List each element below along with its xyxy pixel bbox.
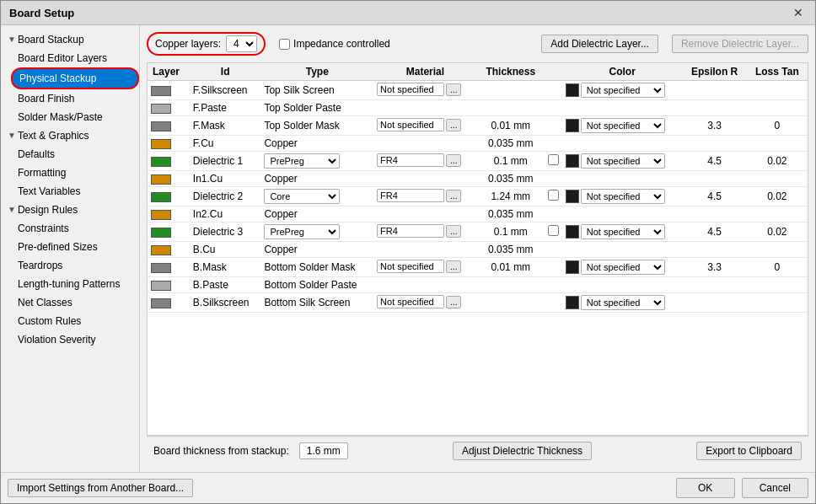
color-select[interactable]: Not specified [581, 153, 665, 169]
color-select[interactable]: Not specified [581, 118, 665, 133]
table-row: Dielectric 3PrePregCore...0.1 mmNot spec… [148, 223, 808, 242]
layer-lock-checkbox[interactable] [548, 154, 559, 165]
layer-color-swatch [151, 210, 171, 220]
sidebar-item-label: Formatting [18, 165, 66, 180]
ok-button[interactable]: OK [676, 478, 735, 498]
layer-type-select[interactable]: PrePregCore [264, 153, 340, 169]
import-settings-button[interactable]: Import Settings from Another Board... [8, 479, 193, 497]
table-row: B.SilkscreenBottom Silk Screen...Not spe… [148, 293, 808, 313]
sidebar-item-formatting[interactable]: Formatting [11, 164, 139, 182]
sidebar-item-pre-defined-sizes[interactable]: Pre-defined Sizes [11, 238, 139, 256]
color-select[interactable]: Not specified [581, 260, 665, 275]
layer-type-select[interactable]: PrePregCore [264, 224, 340, 239]
layer-swatch-cell [148, 81, 190, 100]
sidebar-item-custom-rules[interactable]: Custom Rules [11, 312, 139, 330]
sidebar-item-defaults[interactable]: Defaults [11, 145, 139, 164]
material-dots-button[interactable]: ... [446, 296, 461, 308]
layer-lock-cell[interactable] [545, 152, 562, 171]
sidebar-item-constraints[interactable]: Constraints [11, 219, 139, 238]
adjust-dielectric-button[interactable]: Adjust Dielectric Thickness [453, 442, 592, 460]
color-select[interactable]: Not specified [581, 189, 665, 204]
sidebar-item-text-graphics[interactable]: ▼ Text & Graphics [1, 126, 139, 145]
layer-epsilon-cell: 4.5 [682, 223, 746, 242]
copper-layers-select[interactable]: 4 1 2 6 8 [226, 35, 257, 52]
sidebar-item-physical-stackup[interactable]: Physical Stackup [11, 67, 139, 89]
layer-swatch-cell [148, 116, 190, 136]
layer-type-select[interactable]: PrePregCore [264, 189, 340, 204]
layer-name-cell: Dielectric 2 [190, 187, 261, 206]
sidebar-item-net-classes[interactable]: Net Classes [11, 293, 139, 312]
sidebar-item-design-rules[interactable]: ▼ Design Rules [1, 201, 139, 219]
layer-swatch-cell [148, 242, 190, 258]
cancel-button[interactable]: Cancel [742, 478, 808, 498]
sidebar-item-board-editor-layers[interactable]: Board Editor Layers [11, 49, 139, 67]
sidebar-item-teardrops[interactable]: Teardrops [11, 256, 139, 275]
layer-material-input[interactable] [377, 260, 444, 273]
layer-color-cell [562, 277, 683, 293]
layer-thickness-cell: 0.01 mm [477, 116, 545, 136]
layer-material-input[interactable] [377, 83, 444, 96]
layer-epsilon-cell [682, 277, 746, 293]
material-dots-button[interactable]: ... [446, 83, 461, 96]
layer-material-input[interactable] [377, 153, 444, 167]
layer-lock-checkbox[interactable] [548, 225, 559, 236]
table-row: F.CuCopper0.035 mm [148, 136, 808, 152]
sidebar-item-board-finish[interactable]: Board Finish [11, 89, 139, 108]
thickness-label: Board thickness from stackup: [153, 445, 289, 457]
layer-thickness-cell [477, 277, 545, 293]
layer-color-swatch [151, 174, 171, 185]
col-lock [545, 63, 562, 81]
material-dots-button[interactable]: ... [446, 119, 461, 131]
sidebar-item-text-variables[interactable]: Text Variables [11, 182, 139, 201]
layer-material-input[interactable] [377, 224, 444, 238]
layer-material-input[interactable] [377, 295, 444, 308]
title-bar: Board Setup ✕ [1, 1, 815, 25]
export-clipboard-button[interactable]: Export to Clipboard [696, 442, 802, 460]
design-rules-children: Constraints Pre-defined Sizes Teardrops … [11, 219, 139, 349]
layer-material-input[interactable] [377, 189, 444, 202]
layers-table-container: Layer Id Type Material Thickness Color E… [147, 62, 808, 436]
color-box-swatch [566, 154, 579, 168]
footer-left: Import Settings from Another Board... [8, 479, 193, 497]
layer-swatch-cell [148, 187, 190, 206]
expand-icon: ▼ [8, 202, 16, 217]
layer-lostan-cell [747, 136, 808, 152]
board-stackup-children: Board Editor Layers Physical Stackup Boa… [11, 49, 139, 126]
sidebar-item-violation-severity[interactable]: Violation Severity [11, 330, 139, 349]
sidebar-item-board-stackup[interactable]: ▼ Board Stackup [1, 30, 139, 49]
layer-epsilon-cell [682, 171, 746, 187]
layer-material-input[interactable] [377, 118, 444, 131]
layer-type-cell[interactable]: PrePregCore [260, 223, 373, 242]
material-dots-button[interactable]: ... [446, 190, 461, 202]
layer-epsilon-cell: 3.3 [682, 116, 746, 136]
layer-color-cell [562, 100, 683, 116]
material-dots-button[interactable]: ... [446, 154, 461, 167]
layer-lock-cell[interactable] [545, 223, 562, 242]
color-select-group: Not specified [566, 224, 679, 239]
layer-material-cell: ... [373, 223, 477, 239]
add-dielectric-button[interactable]: Add Dielectric Layer... [541, 35, 658, 53]
remove-dielectric-button[interactable]: Remove Dielectric Layer... [672, 35, 808, 53]
copper-layers-label: Copper layers: [155, 38, 221, 50]
layer-color-swatch [151, 86, 171, 96]
top-controls: Copper layers: 4 1 2 6 8 Impedance contr… [147, 32, 808, 56]
material-dots-button[interactable]: ... [446, 260, 461, 273]
layer-type-cell[interactable]: PrePregCore [260, 187, 373, 206]
layer-swatch-cell [148, 223, 190, 242]
color-select[interactable]: Not specified [581, 295, 665, 310]
layer-name-cell: B.Paste [190, 277, 261, 293]
color-select[interactable]: Not specified [581, 224, 665, 239]
impedance-controlled-checkbox[interactable] [279, 39, 290, 50]
layer-type-cell: Copper [260, 136, 373, 152]
color-select[interactable]: Not specified [581, 83, 665, 98]
text-graphics-children: Defaults Formatting Text Variables [11, 145, 139, 201]
sidebar-item-solder-mask-paste[interactable]: Solder Mask/Paste [11, 108, 139, 126]
sidebar-item-length-tuning[interactable]: Length-tuning Patterns [11, 275, 139, 293]
layer-name-cell: In1.Cu [190, 171, 261, 187]
layer-lostan-cell: 0.02 [747, 152, 808, 171]
material-dots-button[interactable]: ... [446, 225, 461, 238]
close-button[interactable]: ✕ [790, 6, 807, 19]
layer-type-cell[interactable]: PrePregCore [260, 152, 373, 171]
layer-lock-checkbox[interactable] [548, 190, 559, 201]
layer-lock-cell[interactable] [545, 187, 562, 206]
